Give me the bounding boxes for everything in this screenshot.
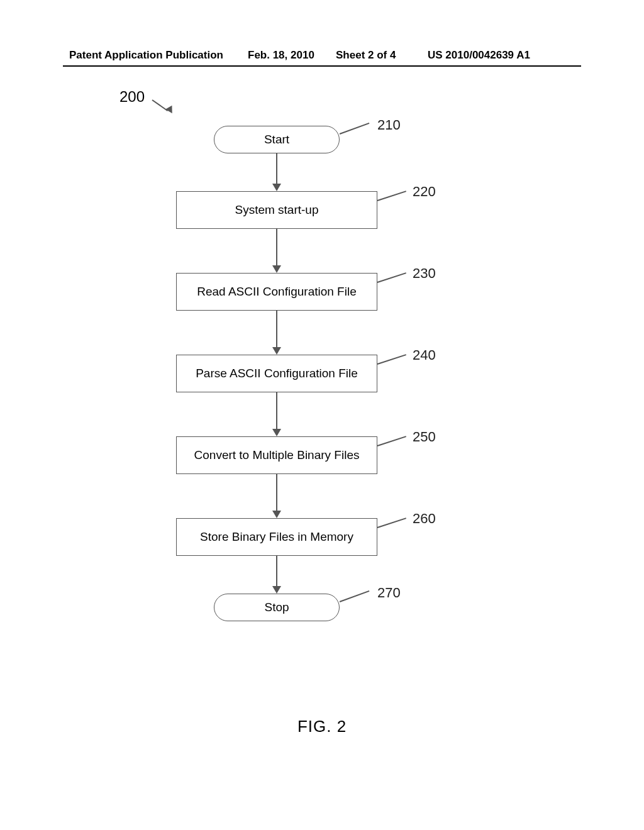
step-label: Read ASCII Configuration File xyxy=(197,285,356,299)
callout-ref: 260 xyxy=(413,511,436,527)
callout-leader xyxy=(377,517,406,528)
header-rule xyxy=(63,65,581,67)
callout-leader xyxy=(340,123,369,135)
connector xyxy=(276,153,277,185)
flowchart: 200 Start 210 System start-up 220 Read A… xyxy=(113,88,516,654)
step-label: Stop xyxy=(264,600,289,614)
callout-leader xyxy=(377,191,406,201)
callout-ref: 230 xyxy=(413,265,436,282)
step-label: Convert to Multiple Binary Files xyxy=(194,448,360,462)
patent-page: Patent Application Publication Feb. 18, … xyxy=(0,0,644,830)
publication-date: Feb. 18, 2010 xyxy=(248,49,314,62)
arrowhead-icon xyxy=(272,511,281,518)
arrowhead-icon xyxy=(272,265,281,273)
step-label: Store Binary Files in Memory xyxy=(200,530,353,544)
step-label: Start xyxy=(264,133,289,147)
step-store-memory: Store Binary Files in Memory xyxy=(176,518,377,556)
connector xyxy=(276,556,277,587)
step-label: Parse ASCII Configuration File xyxy=(196,367,358,380)
callout-ref: 220 xyxy=(413,184,436,200)
sheet-number: Sheet 2 of 4 xyxy=(336,49,396,62)
step-system-startup: System start-up xyxy=(176,191,377,229)
connector xyxy=(276,229,277,267)
callout-ref: 250 xyxy=(413,429,436,445)
arrowhead-icon xyxy=(272,347,281,355)
arrowhead-icon xyxy=(272,429,281,436)
publication-number: US 2010/0042639 A1 xyxy=(428,49,530,62)
diagram-ref-arrowhead-icon xyxy=(165,106,175,116)
figure-title: FIG. 2 xyxy=(0,717,644,736)
callout-leader xyxy=(340,590,369,602)
step-start: Start xyxy=(214,126,340,153)
publication-label: Patent Application Publication xyxy=(69,49,223,62)
step-parse-config: Parse ASCII Configuration File xyxy=(176,355,377,392)
arrowhead-icon xyxy=(272,184,281,191)
diagram-ref-number: 200 xyxy=(119,88,145,106)
step-label: System start-up xyxy=(235,203,318,217)
step-convert-binary: Convert to Multiple Binary Files xyxy=(176,436,377,474)
connector xyxy=(276,392,277,430)
arrowhead-icon xyxy=(272,586,281,594)
callout-leader xyxy=(377,436,406,446)
step-stop: Stop xyxy=(214,594,340,621)
callout-ref: 240 xyxy=(413,347,436,363)
callout-ref: 210 xyxy=(377,117,401,133)
callout-leader xyxy=(377,272,406,282)
callout-leader xyxy=(377,354,406,364)
step-read-config: Read ASCII Configuration File xyxy=(176,273,377,311)
callout-ref: 270 xyxy=(377,585,401,601)
connector xyxy=(276,311,277,348)
connector xyxy=(276,474,277,512)
